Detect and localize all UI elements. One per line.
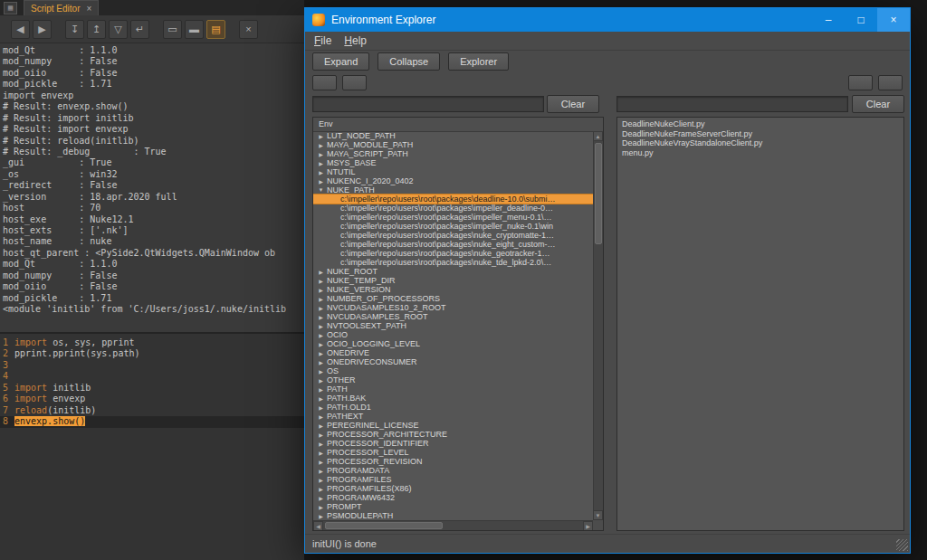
- expand-icon[interactable]: ▶: [317, 169, 325, 176]
- expand-icon[interactable]: ▶: [317, 404, 325, 411]
- tree-item[interactable]: ▶NTUTIL: [313, 167, 593, 176]
- tree-item[interactable]: ▶NVCUDASAMPLES_ROOT: [313, 312, 593, 321]
- expand-icon[interactable]: ▶: [317, 377, 325, 384]
- editor-line[interactable]: 1import os, sys, pprint: [0, 337, 304, 348]
- tree-item[interactable]: ▶PROCESSOR_REVISION: [313, 457, 593, 466]
- expand-icon[interactable]: ▶: [317, 323, 325, 329]
- minimize-button[interactable]: –: [812, 8, 845, 32]
- tree-item[interactable]: c:\impeller\repo\users\root\packages\imp…: [313, 222, 593, 231]
- collapse-icon[interactable]: ▼: [317, 187, 325, 193]
- expand-icon[interactable]: ▶: [317, 269, 325, 275]
- tree-item[interactable]: ▶ONEDRIVECONSUMER: [313, 357, 593, 366]
- show-input-only-icon[interactable]: ▭: [163, 20, 182, 39]
- tree-item[interactable]: ▶PROMPT: [313, 502, 593, 511]
- expand-icon[interactable]: ▶: [317, 468, 325, 474]
- env-search-input[interactable]: [312, 96, 544, 112]
- expand-icon[interactable]: ▶: [317, 314, 325, 320]
- editor-line[interactable]: 5import initlib: [0, 383, 304, 394]
- editor-line[interactable]: 3: [0, 360, 304, 371]
- expand-icon[interactable]: ▶: [317, 432, 325, 438]
- expand-button[interactable]: Expand: [312, 52, 369, 71]
- scroll-up-icon[interactable]: ▲: [593, 131, 603, 141]
- show-output-only-icon[interactable]: ▬: [185, 20, 204, 39]
- expand-icon[interactable]: ▶: [317, 386, 325, 393]
- expand-icon[interactable]: ▶: [317, 287, 325, 293]
- right-pane-button-2[interactable]: [878, 75, 903, 90]
- tree-item[interactable]: ▶PEREGRINEL_LICENSE: [313, 421, 593, 430]
- editor-line[interactable]: 7reload(initlib): [0, 405, 304, 416]
- tree-item[interactable]: ▶PROCESSOR_ARCHITECTURE: [313, 430, 593, 439]
- tree-item[interactable]: ▶LUT_NODE_PATH: [313, 131, 593, 140]
- collapse-button[interactable]: Collapse: [377, 52, 440, 71]
- expand-icon[interactable]: ▶: [317, 350, 325, 356]
- env-clear-button[interactable]: Clear: [547, 95, 599, 113]
- show-both-icon[interactable]: ▤: [206, 20, 225, 39]
- tree-column-header[interactable]: Env: [313, 118, 603, 132]
- tree-item[interactable]: ▶OCIO_LOGGING_LEVEL: [313, 339, 593, 348]
- scroll-left-icon[interactable]: ◀: [313, 521, 323, 531]
- tab-close-icon[interactable]: ×: [86, 4, 91, 14]
- tree-item[interactable]: ▶OTHER: [313, 375, 593, 384]
- scrollbar-thumb[interactable]: [325, 522, 443, 529]
- tree-item[interactable]: ▶PROGRAMW6432: [313, 493, 593, 502]
- right-pane-button-1[interactable]: [848, 75, 873, 90]
- expand-icon[interactable]: ▶: [317, 441, 325, 447]
- tree-item[interactable]: c:\impeller\repo\users\root\packages\nuk…: [313, 231, 593, 240]
- tree-item[interactable]: ▶NUKE_TEMP_DIR: [313, 276, 593, 285]
- tree-item[interactable]: ▶PSMODULEPATH: [313, 511, 593, 520]
- scroll-right-icon[interactable]: ▶: [583, 521, 593, 531]
- clear-output-icon[interactable]: ×: [239, 20, 258, 39]
- left-pane-button-2[interactable]: [342, 75, 367, 90]
- tree-item[interactable]: ▶NUKE_ROOT: [313, 267, 593, 276]
- tree-item[interactable]: ▶OS: [313, 366, 593, 375]
- script-editor-input-pane[interactable]: 1import os, sys, pprint2pprint.pprint(sy…: [0, 332, 304, 560]
- vertical-scrollbar[interactable]: ▲ ▼: [593, 131, 603, 520]
- tree-item[interactable]: ▶PROGRAMFILES: [313, 475, 593, 484]
- load-script-icon[interactable]: ↥: [87, 20, 106, 39]
- expand-icon[interactable]: ▶: [317, 305, 325, 311]
- tree-item[interactable]: ▶PROGRAMFILES(X86): [313, 484, 593, 493]
- tree-item[interactable]: ▼NUKE_PATH: [313, 185, 593, 195]
- editor-line[interactable]: 4: [0, 371, 304, 382]
- tree-item[interactable]: ▶NVTOOLSEXT_PATH: [313, 321, 593, 330]
- expand-icon[interactable]: ▶: [317, 459, 325, 465]
- pane-menu-icon[interactable]: ▦: [4, 2, 17, 14]
- expand-icon[interactable]: ▶: [317, 422, 325, 429]
- tree-item[interactable]: c:\impeller\repo\users\root\packages\imp…: [313, 213, 593, 222]
- expand-icon[interactable]: ▶: [317, 368, 325, 375]
- tree-item[interactable]: c:\impeller\repo\users\root\packages\dea…: [313, 195, 593, 204]
- expand-icon[interactable]: ▶: [317, 151, 325, 157]
- source-script-icon[interactable]: ↧: [65, 20, 84, 39]
- expand-icon[interactable]: ▶: [317, 504, 325, 510]
- next-script-icon[interactable]: ▶: [33, 20, 52, 39]
- menu-help[interactable]: Help: [338, 33, 373, 49]
- expand-icon[interactable]: ▶: [317, 133, 325, 139]
- expand-icon[interactable]: ▶: [317, 296, 325, 302]
- horizontal-scrollbar[interactable]: ◀ ▶: [313, 520, 593, 530]
- resize-grip[interactable]: [896, 539, 908, 551]
- expand-icon[interactable]: ▶: [317, 278, 325, 284]
- tree-item[interactable]: ▶MSYS_BASE: [313, 158, 593, 167]
- save-script-icon[interactable]: ▽: [109, 20, 128, 39]
- tree-item[interactable]: ▶MAYA_MODULE_PATH: [313, 140, 593, 149]
- files-clear-button[interactable]: Clear: [852, 95, 904, 113]
- editor-line[interactable]: 8envexp.show(): [0, 416, 304, 427]
- tree-item[interactable]: ▶PROCESSOR_LEVEL: [313, 448, 593, 457]
- expand-icon[interactable]: ▶: [317, 395, 325, 402]
- left-pane-button-1[interactable]: [312, 75, 337, 90]
- run-script-icon[interactable]: ↵: [130, 20, 149, 39]
- tree-item[interactable]: ▶ONEDRIVE: [313, 348, 593, 357]
- expand-icon[interactable]: ▶: [317, 178, 325, 185]
- tree-item[interactable]: ▶MAYA_SCRIPT_PATH: [313, 149, 593, 158]
- tree-item[interactable]: ▶OCIO: [313, 330, 593, 339]
- scroll-down-icon[interactable]: ▼: [593, 510, 603, 520]
- expand-icon[interactable]: ▶: [317, 486, 325, 492]
- scrollbar-thumb[interactable]: [595, 143, 602, 244]
- file-item[interactable]: DeadlineNukeClient.py: [617, 119, 903, 129]
- tree-item[interactable]: ▶PATH: [313, 384, 593, 394]
- editor-line[interactable]: 6import envexp: [0, 394, 304, 404]
- tree-item[interactable]: ▶PATHEXT: [313, 412, 593, 421]
- previous-script-icon[interactable]: ◀: [11, 20, 30, 39]
- tree-item[interactable]: ▶PROCESSOR_IDENTIFIER: [313, 439, 593, 448]
- maximize-button[interactable]: □: [845, 8, 877, 32]
